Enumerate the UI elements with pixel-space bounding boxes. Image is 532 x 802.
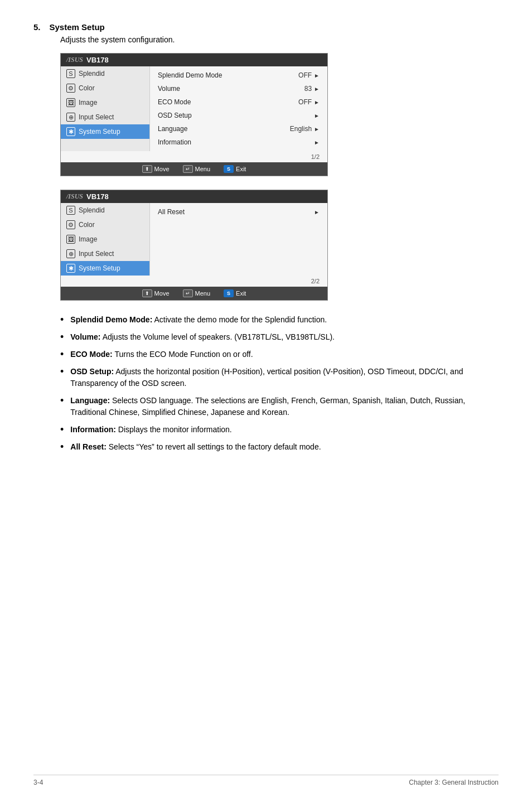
osd-bottom-bar-2: ⬆ Move ↵ Menu S Exit [61,287,327,300]
section-title: System Setup [50,22,105,32]
osd-left-item: ⊕Input Select [61,247,149,261]
nav-move-2: ⬆ Move [142,289,170,297]
arrow-right-icon: ► [314,139,320,146]
osd-left-menu-2: SSplendid⚙Color🖼Image⊕Input Select✱Syste… [61,203,150,276]
bullet-term: ECO Mode: [70,350,112,359]
menu-item-icon: ⚙ [66,220,75,229]
item-label: Information [158,138,191,146]
osd-menu-2: /ISUS VB178 SSplendid⚙Color🖼Image⊕Input … [60,190,328,301]
item-value: OFF ► [298,98,320,106]
menu-item-label: Splendid [79,70,105,78]
osd-right-item: Information► [150,136,327,149]
nav-menu-label-1: Menu [195,166,211,172]
item-label: Language [158,125,187,133]
move-icon-1: ⬆ [142,165,152,173]
nav-exit-label-1: Exit [236,166,246,172]
bullet-dot: • [60,315,64,325]
bullet-dot: • [60,424,64,434]
exit-icon-2: S [224,289,234,297]
arrow-right-icon: ► [314,209,320,215]
osd-bottom-bar-1: ⬆ Move ↵ Menu S Exit [61,162,327,176]
osd-model-2: VB178 [86,192,109,201]
bullet-dot: • [60,442,64,452]
bullet-text: Splendid Demo Mode: Activate the demo mo… [70,314,499,326]
bullet-dot: • [60,395,64,405]
arrow-right-icon: ► [314,86,320,92]
arrow-right-icon: ► [314,73,320,79]
osd-left-item: 🖼Image [61,95,149,110]
footer-right: Chapter 3: General Instruction [409,779,499,786]
arrow-right-icon: ► [314,99,320,105]
page-footer: 3-4 Chapter 3: General Instruction [33,775,499,786]
menu-item-icon: ⊕ [66,113,75,122]
menu-item-icon: ✱ [66,127,75,136]
menu-item-icon: S [66,206,75,215]
osd-right-item: Splendid Demo ModeOFF ► [150,69,327,82]
osd-left-menu-1: SSplendid⚙Color🖼Image⊕Input Select✱Syste… [61,66,150,151]
osd-title-bar-2: /ISUS VB178 [61,190,327,203]
item-label: Volume [158,85,180,93]
menu-item-label: Color [79,84,95,92]
menu-item-icon: 🖼 [66,98,75,107]
bullet-list: •Splendid Demo Mode: Activate the demo m… [60,314,499,453]
menu-item-label: Input Select [79,113,114,121]
osd-right-item: LanguageEnglish ► [150,122,327,136]
osd-right-item: Volume83 ► [150,82,327,95]
bullet-item: •Language: Selects OSD language. The sel… [60,395,499,418]
exit-icon-1: S [224,165,234,173]
item-label: OSD Setup [158,112,192,119]
item-label: Splendid Demo Mode [158,71,222,79]
move-icon-2: ⬆ [142,289,152,297]
osd-left-item: ⚙Color [61,81,149,95]
osd-right-item: ECO ModeOFF ► [150,95,327,109]
bullet-text: Information: Displays the monitor inform… [70,424,499,436]
bullet-term: OSD Setup: [70,367,114,376]
menu-item-icon: 🖼 [66,235,75,244]
section-subtitle: Adjusts the system configuration. [60,35,499,44]
nav-exit-1: S Exit [224,165,246,173]
bullet-item: •ECO Mode: Turns the ECO Mode Function o… [60,349,499,360]
menu-item-icon: S [66,69,75,78]
osd-right-item: All Reset► [150,205,327,219]
menu-item-label: Color [79,221,95,229]
bullet-dot: • [60,332,64,342]
osd-left-item: SSplendid [61,66,149,81]
nav-exit-2: S Exit [224,289,246,297]
menu-item-icon: ✱ [66,264,75,273]
bullet-term: Splendid Demo Mode: [70,315,152,324]
nav-exit-label-2: Exit [236,290,246,297]
item-value: 83 ► [304,85,320,93]
osd-left-item: ✱System Setup [61,261,149,276]
bullet-item: •All Reset: Selects “Yes” to revert all … [60,441,499,453]
arrow-right-icon: ► [314,113,320,119]
bullet-dot: • [60,366,64,376]
bullet-dot: • [60,349,64,359]
bullet-item: •OSD Setup: Adjusts the horizontal posit… [60,366,499,389]
osd-right-content-1: Splendid Demo ModeOFF ►Volume83 ►ECO Mod… [150,66,327,151]
item-label: ECO Mode [158,98,191,106]
menu-item-label: Splendid [79,206,105,214]
osd-left-item: 🖼Image [61,232,149,247]
section-heading: 5.System Setup [33,22,499,32]
osd-model-1: VB178 [86,56,109,64]
arrow-right-icon: ► [314,126,320,132]
nav-menu-label-2: Menu [195,290,211,297]
menu-item-label: System Setup [79,128,120,136]
menu-item-label: Image [79,99,97,107]
bullet-term: Volume: [70,332,100,341]
osd-body-2: SSplendid⚙Color🖼Image⊕Input Select✱Syste… [61,203,327,276]
item-value: OFF ► [298,71,320,79]
bullet-text: OSD Setup: Adjusts the horizontal positi… [70,366,499,389]
menu-icon-1: ↵ [183,165,193,173]
bullet-term: Information: [70,425,116,434]
bullet-term: All Reset: [70,442,107,451]
asus-logo-2: /ISUS [66,192,83,201]
nav-move-1: ⬆ Move [142,165,170,173]
nav-menu-2: ↵ Menu [183,289,211,297]
osd-menu-1: /ISUS VB178 SSplendid⚙Color🖼Image⊕Input … [60,53,328,176]
osd-right-item: OSD Setup► [150,109,327,122]
menu-item-label: Input Select [79,250,114,258]
osd-left-item: SSplendid [61,203,149,218]
osd-title-bar-1: /ISUS VB178 [61,54,327,66]
bullet-term: Language: [70,396,110,405]
